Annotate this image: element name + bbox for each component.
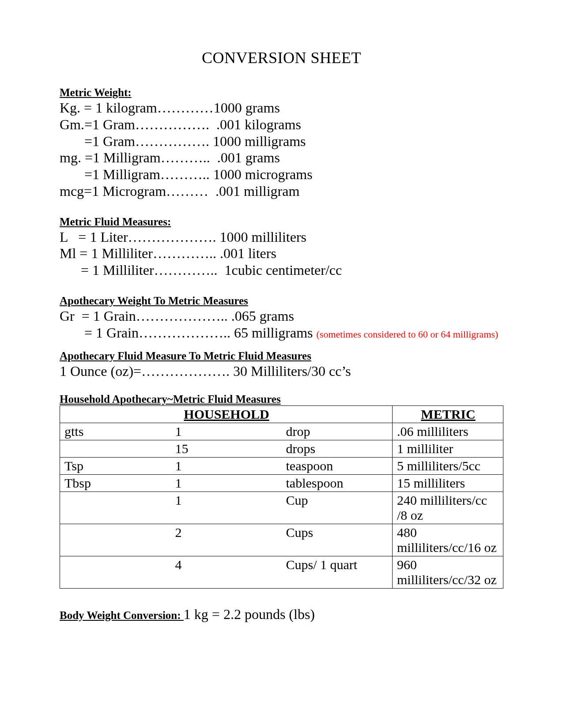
household-qty: 4: [171, 556, 282, 589]
table-row: 15 drops 1 milliliter: [60, 440, 503, 458]
col-household: HOUSEHOLD: [60, 406, 393, 423]
page: CONVERSION SHEET Metric Weight: Kg. = 1 …: [0, 0, 563, 623]
household-abbr: [60, 440, 171, 458]
household-unit: tablespoon: [282, 475, 393, 492]
table-row: Tsp 1 teaspoon 5 milliliters/5cc: [60, 458, 503, 475]
table-row: 1 Cup 240 milliliters/cc /8 oz: [60, 492, 503, 524]
table-row: 4 Cups/ 1 quart 960 milliliters/cc/32 oz: [60, 556, 503, 589]
metric-weight-line: Kg. = 1 kilogram…………1000 grams: [60, 100, 503, 116]
table-header-row: HOUSEHOLD METRIC: [60, 406, 503, 423]
household-table: HOUSEHOLD METRIC gtts 1 drop .06 millili…: [60, 405, 503, 589]
table-row: 2 Cups 480 milliliters/cc/16 oz: [60, 524, 503, 556]
metric-fluid-line: L = 1 Liter………………. 1000 milliliters: [60, 229, 503, 246]
heading-apothecary-weight: Apothecary Weight To Metric Measures: [60, 295, 503, 307]
household-unit: Cups/ 1 quart: [282, 556, 393, 589]
household-qty: 15: [171, 440, 282, 458]
metric-weight-line: mg. =1 Milligram……….. .001 grams: [60, 150, 503, 166]
household-qty: 1: [171, 423, 282, 440]
household-abbr: Tsp: [60, 458, 171, 475]
page-title: CONVERSION SHEET: [60, 49, 503, 67]
household-abbr: [60, 524, 171, 556]
metric-fluid-line: = 1 Milliliter………….. 1cubic centimeter/c…: [60, 262, 503, 279]
household-unit: teaspoon: [282, 458, 393, 475]
household-abbr: Tbsp: [60, 475, 171, 492]
household-unit: drops: [282, 440, 393, 458]
household-qty: 1: [171, 458, 282, 475]
metric-weight-line: =1 Milligram……….. 1000 micrograms: [60, 166, 503, 183]
metric-value: 5 milliliters/5cc: [393, 458, 503, 475]
household-unit: drop: [282, 423, 393, 440]
heading-apothecary-fluid: Apothecary Fluid Measure To Metric Fluid…: [60, 350, 503, 362]
household-qty: 2: [171, 524, 282, 556]
section-apothecary-weight: Apothecary Weight To Metric Measures Gr …: [60, 295, 503, 341]
section-metric-weight: Metric Weight: Kg. = 1 kilogram…………1000 …: [60, 86, 503, 200]
apothecary-weight-note: (sometimes considered to 60 or 64 millig…: [317, 329, 499, 340]
section-household: Household Apothecary~Metric Fluid Measur…: [60, 393, 503, 589]
apothecary-weight-line: Gr = 1 Grain……………….. .065 grams: [60, 308, 503, 325]
table-row: Tbsp 1 tablespoon 15 milliliters: [60, 475, 503, 492]
metric-value: 480 milliliters/cc/16 oz: [393, 524, 503, 556]
metric-value: 15 milliliters: [393, 475, 503, 492]
metric-weight-line: Gm.=1 Gram……………. .001 kilograms: [60, 116, 503, 133]
apothecary-weight-line: = 1 Grain……………….. 65 milligrams: [60, 325, 317, 341]
table-row: gtts 1 drop .06 milliliters: [60, 423, 503, 440]
apothecary-weight-line-with-note: = 1 Grain……………….. 65 milligrams (sometim…: [60, 325, 503, 341]
metric-value: .06 milliliters: [393, 423, 503, 440]
metric-weight-line: mcg=1 Microgram……… .001 milligram: [60, 183, 503, 200]
body-weight-value: 1 kg = 2.2 pounds (lbs): [184, 606, 315, 622]
heading-household: Household Apothecary~Metric Fluid Measur…: [60, 393, 503, 405]
household-abbr: [60, 556, 171, 589]
col-metric: METRIC: [393, 406, 503, 423]
section-body-weight: Body Weight Conversion: 1 kg = 2.2 pound…: [60, 606, 503, 623]
heading-metric-weight: Metric Weight:: [60, 86, 503, 99]
heading-metric-fluid: Metric Fluid Measures:: [60, 216, 503, 228]
body-weight-label: Body Weight Conversion:: [60, 609, 184, 621]
household-abbr: gtts: [60, 423, 171, 440]
metric-value: 240 milliliters/cc /8 oz: [393, 492, 503, 524]
household-qty: 1: [171, 492, 282, 524]
metric-fluid-line: Ml = 1 Milliliter………….. .001 liters: [60, 245, 503, 262]
household-abbr: [60, 492, 171, 524]
household-unit: Cups: [282, 524, 393, 556]
metric-value: 1 milliliter: [393, 440, 503, 458]
metric-weight-line: =1 Gram……………. 1000 milligrams: [60, 133, 503, 150]
section-metric-fluid: Metric Fluid Measures: L = 1 Liter…………………: [60, 216, 503, 279]
metric-value: 960 milliliters/cc/32 oz: [393, 556, 503, 589]
household-unit: Cup: [282, 492, 393, 524]
household-qty: 1: [171, 475, 282, 492]
section-apothecary-fluid: Apothecary Fluid Measure To Metric Fluid…: [60, 350, 503, 380]
apothecary-fluid-line: 1 Ounce (oz)=………………. 30 Milliliters/30 c…: [60, 363, 503, 380]
